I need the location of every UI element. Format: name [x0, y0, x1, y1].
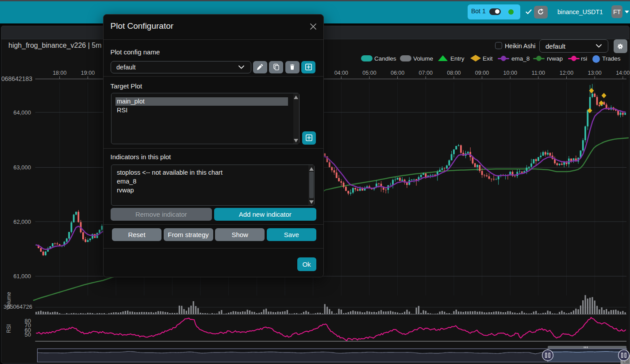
svg-text:RSI: RSI [6, 324, 12, 333]
svg-text:04:00: 04:00 [334, 70, 348, 76]
svg-text:14:00: 14:00 [616, 70, 630, 76]
svg-text:06:00: 06:00 [391, 70, 404, 76]
svg-text:068642183: 068642183 [1, 75, 32, 82]
svg-text:10:00: 10:00 [503, 70, 517, 76]
svg-text:11:00: 11:00 [532, 70, 545, 76]
svg-text:63,000: 63,000 [13, 164, 31, 171]
svg-text:13:00: 13:00 [588, 70, 601, 76]
svg-text:64,000: 64,000 [13, 109, 31, 116]
svg-text:12:00: 12:00 [560, 70, 573, 76]
svg-text:50: 50 [25, 331, 31, 338]
svg-text:Volume: Volume [6, 292, 12, 310]
svg-text:07:00: 07:00 [419, 70, 433, 76]
svg-text:08:00: 08:00 [447, 70, 461, 76]
svg-text:18:00: 18:00 [53, 70, 66, 76]
svg-text:19:00: 19:00 [81, 70, 95, 76]
svg-text:05:00: 05:00 [362, 70, 376, 76]
svg-text:09:00: 09:00 [475, 70, 489, 76]
svg-text:61,000: 61,000 [13, 273, 31, 280]
svg-text:62,000: 62,000 [13, 218, 31, 225]
